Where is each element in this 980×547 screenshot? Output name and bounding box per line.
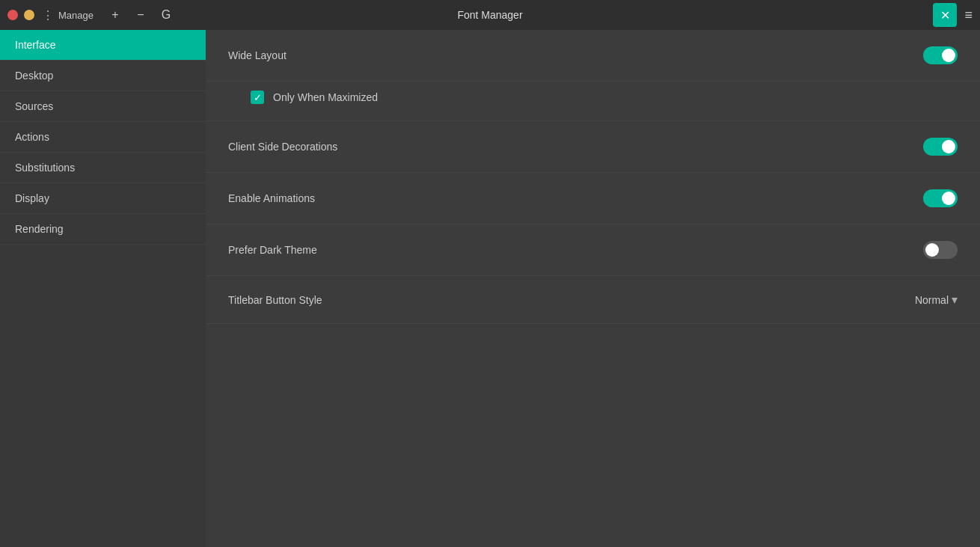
sidebar-item-actions[interactable]: Actions (0, 122, 206, 153)
g-icon[interactable]: G (159, 8, 173, 22)
sidebar-item-display[interactable]: Display (0, 183, 206, 214)
minus-icon[interactable]: − (134, 8, 147, 22)
manage-section: ⋮ Manage (42, 8, 94, 22)
client-side-decorations-toggle[interactable] (923, 138, 958, 156)
enable-animations-toggle[interactable] (923, 189, 958, 207)
prefer-dark-theme-label: Prefer Dark Theme (228, 244, 923, 256)
client-side-decorations-row: Client Side Decorations (206, 121, 980, 173)
tool-icon-button[interactable]: ✕ (933, 3, 957, 27)
sidebar-item-substitutions[interactable]: Substitutions (0, 153, 206, 183)
enable-animations-row: Enable Animations (206, 173, 980, 224)
add-icon[interactable]: + (108, 8, 122, 22)
settings-content: Wide Layout ✓ Only When Maximized Client… (206, 30, 980, 547)
titlebar-button-style-value: Normal (915, 294, 949, 306)
client-side-decorations-control (923, 138, 958, 156)
wide-layout-toggle-knob (942, 49, 955, 62)
client-side-decorations-knob (942, 140, 955, 153)
checkmark-icon: ✓ (254, 92, 262, 103)
only-when-maximized-label: Only When Maximized (273, 91, 378, 103)
titlebar-toolbar: + − G (108, 8, 173, 22)
sidebar-item-desktop[interactable]: Desktop (0, 61, 206, 91)
titlebar-button-style-row: Titlebar Button Style Normal ▾ (206, 276, 980, 324)
sidebar-item-interface[interactable]: Interface (0, 30, 206, 61)
menu-icon[interactable]: ≡ (964, 7, 973, 23)
enable-animations-label: Enable Animations (228, 192, 923, 204)
manage-label[interactable]: Manage (58, 10, 94, 21)
prefer-dark-theme-knob (925, 243, 939, 257)
wide-layout-toggle[interactable] (923, 46, 958, 64)
window-title: Font Manager (457, 9, 522, 21)
titlebar-right: ✕ ≡ (933, 3, 973, 27)
only-when-maximized-checkbox[interactable]: ✓ (251, 91, 264, 104)
wide-layout-label: Wide Layout (228, 49, 923, 61)
enable-animations-control (923, 189, 958, 207)
sidebar: Interface Desktop Sources Actions Substi… (0, 30, 206, 547)
prefer-dark-theme-control (923, 241, 958, 259)
wide-layout-control (923, 46, 958, 64)
titlebar-button-style-label: Titlebar Button Style (228, 294, 868, 306)
titlebar-button-style-dropdown[interactable]: Normal ▾ (868, 293, 958, 307)
main-layout: Interface Desktop Sources Actions Substi… (0, 30, 980, 547)
window-controls (7, 10, 34, 20)
minimize-button[interactable] (24, 10, 34, 20)
prefer-dark-theme-row: Prefer Dark Theme (206, 224, 980, 276)
client-side-decorations-label: Client Side Decorations (228, 141, 923, 153)
dots-icon[interactable]: ⋮ (42, 8, 54, 22)
dropdown-arrow-icon: ▾ (952, 293, 958, 307)
only-when-maximized-row: ✓ Only When Maximized (206, 82, 980, 121)
prefer-dark-theme-toggle[interactable] (923, 241, 958, 259)
enable-animations-knob (942, 192, 955, 205)
wide-layout-row: Wide Layout (206, 30, 980, 82)
close-button[interactable] (7, 10, 18, 20)
sidebar-item-rendering[interactable]: Rendering (0, 214, 206, 245)
sidebar-item-sources[interactable]: Sources (0, 91, 206, 122)
titlebar: ⋮ Manage + − G Font Manager ✕ ≡ (0, 0, 980, 30)
